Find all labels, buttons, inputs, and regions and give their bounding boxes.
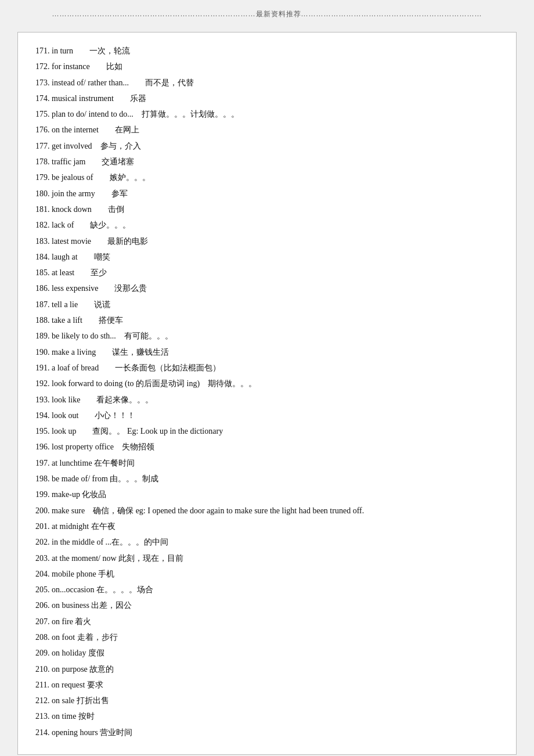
list-item: 200. make sure 确信，确保 eg: I opened the do… <box>35 503 499 519</box>
list-item: 191. a loaf of bread 一长条面包（比如法棍面包） <box>35 360 499 376</box>
list-item: 197. at lunchtime 在午餐时间 <box>35 455 499 471</box>
list-item: 172. for instance 比如 <box>35 59 499 74</box>
list-item: 196. lost property office 失物招领 <box>35 439 499 455</box>
list-item: 189. be likely to do sth... 有可能。。。 <box>35 328 499 344</box>
list-item: 206. on business 出差，因公 <box>35 597 499 613</box>
list-item: 195. look up 查阅。。 Eg: Look up in the dic… <box>35 423 499 439</box>
list-item: 207. on fire 着火 <box>35 614 499 629</box>
list-item: 181. knock down 击倒 <box>35 201 499 217</box>
list-item: 203. at the moment/ now 此刻，现在，目前 <box>35 550 499 566</box>
list-item: 184. laugh at 嘲笑 <box>35 249 499 265</box>
list-item: 194. look out 小心！！！ <box>35 408 499 423</box>
list-item: 188. take a lift 搭便车 <box>35 312 499 328</box>
list-item: 201. at midnight 在午夜 <box>35 519 499 534</box>
list-item: 186. less expensive 没那么贵 <box>35 280 499 296</box>
list-item: 173. instead of/ rather than... 而不是，代替 <box>35 75 499 91</box>
list-item: 185. at least 至少 <box>35 265 499 280</box>
list-item: 171. in turn 一次，轮流 <box>35 43 499 59</box>
entry-list: 171. in turn 一次，轮流172. for instance 比如17… <box>35 43 499 740</box>
list-item: 175. plan to do/ intend to do... 打算做。。。计… <box>35 106 499 122</box>
page-wrapper: ………………………………………………………………………最新资料推荐…………………… <box>0 0 534 756</box>
list-item: 202. in the middle of ...在。。。的中间 <box>35 534 499 550</box>
list-item: 174. musical instrument 乐器 <box>35 91 499 106</box>
list-item: 190. make a living 谋生，赚钱生活 <box>35 344 499 360</box>
list-item: 177. get involved 参与，介入 <box>35 138 499 154</box>
list-item: 214. opening hours 营业时间 <box>35 725 499 740</box>
list-item: 178. traffic jam 交通堵塞 <box>35 154 499 170</box>
list-item: 182. lack of 缺少。。。 <box>35 217 499 233</box>
header-text: ………………………………………………………………………最新资料推荐…………………… <box>52 10 482 18</box>
list-item: 213. on time 按时 <box>35 708 499 724</box>
list-item: 180. join the army 参军 <box>35 186 499 201</box>
list-item: 210. on purpose 故意的 <box>35 661 499 677</box>
header-bar: ………………………………………………………………………最新资料推荐…………………… <box>0 6 534 23</box>
list-item: 199. make-up 化妆品 <box>35 487 499 502</box>
list-item: 212. on sale 打折出售 <box>35 693 499 708</box>
list-item: 183. latest movie 最新的电影 <box>35 233 499 249</box>
list-item: 192. look forward to doing (to 的后面是动词 in… <box>35 376 499 391</box>
list-item: 211. on request 要求 <box>35 677 499 693</box>
list-item: 209. on holiday 度假 <box>35 645 499 661</box>
list-item: 187. tell a lie 说谎 <box>35 297 499 312</box>
list-item: 198. be made of/ from 由。。。制成 <box>35 471 499 487</box>
content-box: 171. in turn 一次，轮流172. for instance 比如17… <box>17 32 517 755</box>
list-item: 193. look like 看起来像。。。 <box>35 392 499 408</box>
list-item: 176. on the internet 在网上 <box>35 122 499 138</box>
list-item: 179. be jealous of 嫉妒。。。 <box>35 170 499 185</box>
list-item: 204. mobile phone 手机 <box>35 566 499 582</box>
list-item: 205. on...occasion 在。。。。场合 <box>35 582 499 597</box>
list-item: 208. on foot 走着，步行 <box>35 629 499 645</box>
